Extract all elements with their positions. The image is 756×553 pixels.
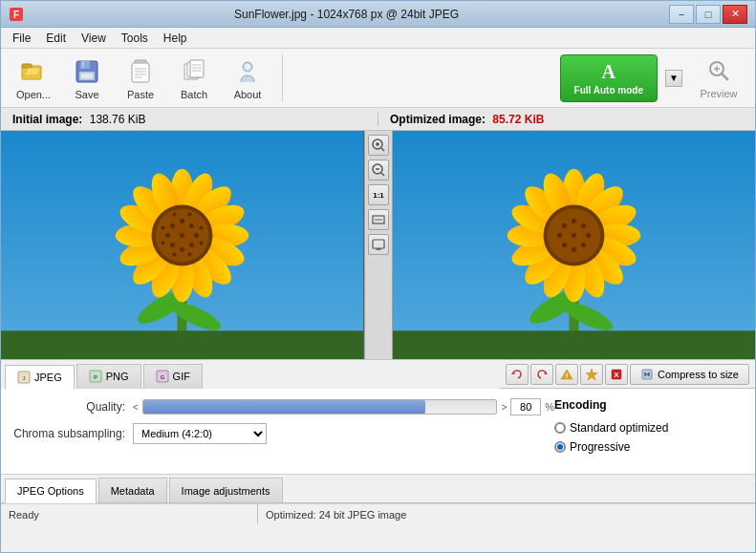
tab-png[interactable]: P PNG [76, 364, 141, 389]
maximize-button[interactable]: □ [696, 5, 721, 24]
options-area: Quality: < > % Chroma subsampling: Mediu… [1, 389, 755, 475]
svg-point-105 [586, 233, 591, 238]
progressive-label: Progressive [570, 440, 630, 454]
paste-label: Paste [127, 89, 154, 100]
save-icon [72, 56, 102, 87]
quality-decrease-button[interactable]: < [133, 402, 139, 413]
zoom-1to1-button[interactable]: 1:1 [368, 184, 389, 205]
tab-png-label: PNG [106, 371, 129, 382]
encoding-label: Encoding [554, 398, 745, 412]
svg-text:!: ! [566, 372, 569, 380]
about-icon [232, 56, 263, 87]
status-optimized: Optimized: 24 bit JPEG image [258, 504, 755, 524]
metadata-label: Metadata [111, 485, 155, 497]
svg-rect-17 [190, 60, 204, 77]
redo-button[interactable] [530, 364, 553, 385]
progressive-radio-row: Progressive [554, 440, 745, 454]
status-bar: Ready Optimized: 24 bit JPEG image [1, 503, 755, 524]
open-button[interactable]: Open... [9, 53, 58, 104]
fit-screen-button[interactable] [368, 234, 389, 255]
undo-button[interactable] [506, 364, 529, 385]
batch-button[interactable]: Batch [169, 53, 219, 104]
format-tabs: J JPEG P PNG G GIF [1, 360, 500, 389]
svg-point-61 [199, 242, 203, 245]
minimize-button[interactable]: − [669, 5, 694, 24]
standard-optimized-radio[interactable] [554, 422, 566, 434]
svg-text:F: F [13, 10, 19, 20]
tab-jpeg-options[interactable]: JPEG Options [5, 479, 97, 503]
quality-slider-container: < > % [133, 398, 554, 415]
menu-edit[interactable]: Edit [38, 30, 74, 47]
compress-icon [640, 368, 654, 381]
svg-point-52 [170, 223, 175, 228]
chroma-row: Chroma subsampling: Medium (4:2:0) None … [11, 423, 554, 444]
svg-point-66 [173, 213, 177, 217]
svg-point-110 [572, 233, 576, 238]
svg-rect-3 [22, 64, 32, 68]
progressive-radio[interactable] [554, 441, 566, 453]
title-bar: F SunFlower.jpg - 1024x768 px @ 24bit JP… [1, 1, 755, 28]
chroma-dropdown[interactable]: Medium (4:2:0) None (4:4:4) Low (4:1:1) … [133, 423, 267, 444]
svg-rect-67 [1, 330, 363, 359]
format-action-row: J JPEG P PNG G GIF [1, 360, 755, 389]
preview-label: Preview [700, 88, 737, 99]
menu-file[interactable]: File [5, 30, 38, 47]
full-auto-icon: A [602, 61, 616, 83]
quality-slider[interactable] [142, 399, 498, 415]
initial-image-info: Initial image: 138.76 KiB [1, 113, 378, 126]
svg-text:J: J [22, 375, 25, 381]
svg-point-50 [180, 219, 184, 223]
compress-label: Compress to size [658, 369, 739, 380]
paste-button[interactable]: Paste [116, 53, 165, 104]
paste-icon [125, 56, 156, 87]
toolbar-right: A Full Auto mode ▼ Preview [560, 53, 747, 104]
tab-gif[interactable]: G GIF [143, 364, 203, 389]
svg-marker-122 [586, 369, 597, 380]
svg-rect-5 [80, 61, 90, 69]
tab-metadata[interactable]: Metadata [98, 478, 167, 502]
close-button[interactable]: ✕ [723, 5, 747, 24]
tab-jpeg-label: JPEG [34, 372, 62, 383]
svg-point-57 [180, 247, 184, 252]
svg-point-106 [557, 233, 562, 238]
image-info-bar: Initial image: 138.76 KiB Optimized imag… [1, 108, 755, 131]
tab-image-adjustments[interactable]: Image adjustments [169, 478, 283, 502]
quality-slider-fill [143, 400, 426, 414]
auto-dropdown-arrow[interactable]: ▼ [665, 70, 682, 87]
full-auto-button[interactable]: A Full Auto mode [560, 54, 658, 102]
app-container: F SunFlower.jpg - 1024x768 px @ 24bit JP… [0, 0, 756, 553]
star-button[interactable] [580, 364, 603, 385]
fit-width-button[interactable] [368, 209, 389, 230]
svg-point-22 [245, 64, 250, 70]
svg-point-54 [165, 233, 170, 238]
zoom-in-button[interactable] [368, 135, 389, 156]
quality-increase-button[interactable]: > [501, 402, 507, 413]
tab-jpeg[interactable]: J JPEG [5, 365, 75, 390]
initial-label: Initial image: [12, 113, 82, 126]
svg-text:P: P [94, 374, 97, 380]
chroma-label: Chroma subsampling: [11, 427, 125, 440]
warning-button[interactable]: ! [555, 364, 578, 385]
svg-point-59 [199, 226, 203, 230]
svg-line-71 [381, 148, 384, 151]
menu-tools[interactable]: Tools [114, 30, 156, 47]
save-button[interactable]: Save [62, 53, 112, 104]
about-button[interactable]: About [223, 53, 272, 104]
zoom-out-button[interactable] [368, 160, 389, 181]
svg-point-64 [173, 252, 177, 256]
menu-help[interactable]: Help [156, 30, 195, 47]
quality-input[interactable] [510, 398, 541, 415]
svg-point-109 [572, 247, 576, 252]
optimized-image-panel [393, 131, 755, 359]
preview-button[interactable]: Preview [690, 53, 747, 104]
extra-button[interactable]: X [605, 364, 628, 385]
svg-point-53 [194, 233, 199, 238]
svg-point-104 [562, 223, 567, 228]
svg-text:X: X [614, 371, 619, 379]
compress-to-size-button[interactable]: Compress to size [630, 364, 749, 385]
menu-view[interactable]: View [74, 30, 114, 47]
svg-point-107 [581, 243, 586, 247]
svg-point-56 [170, 243, 175, 247]
options-right-panel: Encoding Standard optimized Progressive [554, 398, 745, 464]
bottom-tabs: JPEG Options Metadata Image adjustments [1, 475, 755, 503]
